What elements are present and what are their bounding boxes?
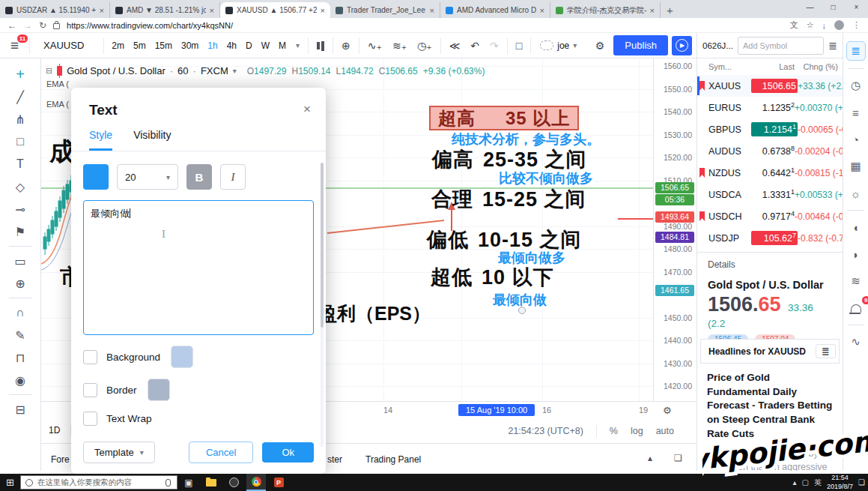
timeframe-button[interactable]: D: [241, 40, 257, 51]
prediction-icon[interactable]: ⊸: [7, 198, 33, 220]
flags-icon[interactable]: ⚑: [7, 220, 33, 243]
row-symbol[interactable]: USDCH: [708, 211, 751, 222]
chats-icon[interactable]: ◖: [847, 218, 865, 236]
background-color-swatch[interactable]: [171, 346, 193, 368]
reload-icon[interactable]: ↻: [39, 20, 46, 31]
tab-close-icon[interactable]: ×: [430, 6, 434, 15]
ema-label[interactable]: EMA (: [46, 100, 69, 109]
file-explorer-icon[interactable]: [201, 474, 221, 491]
annotation-row[interactable]: 合理 15-25 之间: [431, 186, 586, 213]
row-symbol[interactable]: USDCA: [708, 190, 751, 200]
background-checkbox[interactable]: [83, 350, 97, 364]
pitchfork-icon[interactable]: ⋔: [7, 108, 33, 130]
indicators-icon[interactable]: ∿₊: [362, 40, 387, 52]
watchlist-title[interactable]: 0626J...: [702, 41, 733, 50]
magnet-icon[interactable]: ∩: [7, 301, 33, 324]
border-checkbox[interactable]: [83, 383, 97, 397]
templates-icon[interactable]: ≋₊: [387, 40, 412, 52]
translate-icon[interactable]: 文: [790, 19, 798, 31]
streams-icon[interactable]: ≋: [847, 272, 865, 290]
eps-annotation[interactable]: 盈利（EPS）: [318, 301, 431, 326]
url-text[interactable]: https://www.tradingview.com/chart/xy4kqs…: [67, 21, 233, 30]
row-symbol[interactable]: GBPUS: [708, 124, 751, 135]
timeframe-chevron-icon[interactable]: ▾: [291, 41, 305, 49]
compare-add-icon[interactable]: ⊕: [336, 40, 356, 52]
annotation-row-boxed[interactable]: 超高 35 以上: [429, 106, 579, 130]
trading-panel-tab[interactable]: Trading Panel: [365, 454, 421, 465]
row-symbol[interactable]: AUDUS: [708, 146, 751, 157]
collapse-panel-icon[interactable]: ▴: [648, 453, 652, 463]
row-symbol[interactable]: NZDUS: [708, 168, 751, 178]
browser-tab[interactable]: USDZAR ▲ 15.11940 +1.32% ×: [0, 2, 110, 18]
ema-label[interactable]: EMA (: [46, 79, 69, 88]
annotation-note[interactable]: 比较不倾向做多: [499, 169, 593, 187]
taskbar-search[interactable]: 在这里输入你要搜索的内容: [20, 475, 177, 490]
timeframe-button[interactable]: 15m: [151, 40, 177, 51]
chart-legend[interactable]: ⊟ Gold Spot / U.S. Dollar · 60 · FXCM ▾ …: [46, 65, 485, 76]
template-button[interactable]: Template▾: [83, 442, 155, 463]
xabcd-pattern-icon[interactable]: ◇: [7, 175, 33, 198]
range-1d-button[interactable]: 1D: [49, 425, 71, 436]
eye-icon[interactable]: ◉: [7, 369, 33, 391]
annotation-row[interactable]: 超低 10 以下: [431, 264, 554, 291]
profile-avatar[interactable]: [834, 20, 844, 30]
italic-button[interactable]: I: [220, 164, 246, 190]
legend-collapse-icon[interactable]: ⊟: [46, 66, 52, 76]
dialog-tab[interactable]: Visibility: [133, 129, 171, 151]
hidden-icons-chevron[interactable]: ▴: [793, 478, 797, 487]
close-icon[interactable]: ×: [845, 0, 868, 16]
timeframe-button[interactable]: 5m: [129, 40, 151, 51]
tray-icon[interactable]: ▢: [802, 478, 809, 487]
zoom-in-icon[interactable]: ⊕: [7, 272, 33, 295]
lock-icon[interactable]: ⊓: [7, 346, 33, 369]
ok-button[interactable]: Ok: [262, 442, 314, 463]
trend-line-icon[interactable]: ╱: [7, 85, 33, 108]
alert-add-icon[interactable]: ◷₊: [412, 40, 437, 52]
alerts-icon[interactable]: ◷: [847, 76, 865, 94]
obs-icon[interactable]: [224, 474, 243, 491]
main-menu-icon[interactable]: ≡11: [3, 37, 26, 54]
ideas-icon[interactable]: ☼: [847, 184, 865, 202]
download-icon[interactable]: ↓: [822, 21, 827, 30]
watchlist-icon[interactable]: ≣: [846, 41, 866, 61]
watchlist-row[interactable]: USDJP 105.627 -0.832 (-0.78: [697, 227, 843, 249]
tab-close-icon[interactable]: ×: [100, 6, 104, 15]
redo-icon[interactable]: ↷: [485, 40, 504, 52]
calendar-icon[interactable]: ▦: [847, 157, 865, 175]
timeframe-button[interactable]: M: [274, 40, 291, 51]
panel-window-icon[interactable]: ❏: [674, 453, 682, 463]
text-icon[interactable]: T: [7, 153, 33, 175]
details-header[interactable]: Details: [697, 252, 843, 274]
new-tab-button[interactable]: +: [667, 2, 673, 18]
dialog-tab[interactable]: Style: [89, 129, 112, 151]
dialog-close-icon[interactable]: ×: [303, 102, 311, 117]
scrollbar-thumb[interactable]: [321, 163, 324, 328]
wave-icon[interactable]: ∿: [847, 333, 865, 351]
watchlist-row[interactable]: USDCA 1.33311 +0.00533 (+0.4: [697, 184, 843, 205]
browser-tab[interactable]: Trader Trader_Joe_Lee — 交易 ×: [330, 2, 440, 18]
notifications-icon[interactable]: 9: [847, 299, 865, 317]
comment-icon[interactable]: ◗: [847, 245, 865, 263]
symbol-search-button[interactable]: XAUUSD: [33, 40, 100, 51]
undo-icon[interactable]: ↶: [465, 40, 485, 52]
browser-tab[interactable]: AMD ▼ 28.51 -1.21% joe ×: [110, 2, 220, 18]
watchlist-row[interactable]: GBPUS 1.21541 -0.00065 (-0.0: [697, 118, 843, 140]
watchlist-row[interactable]: EURUS 1.12352 +0.00370 (+0.3: [697, 97, 843, 118]
watchlist-row[interactable]: NZDUS 0.64421 -0.00815 (-1.2: [697, 162, 843, 184]
dialog-scrollbar[interactable]: [321, 163, 324, 447]
chrome-icon[interactable]: [246, 474, 266, 491]
text-color-swatch[interactable]: [83, 164, 109, 190]
column-symbol[interactable]: Sym...: [708, 62, 751, 71]
column-change[interactable]: Chng (%): [795, 62, 841, 71]
headlines-header[interactable]: Headlines for XAUUSD ≣: [700, 339, 840, 364]
back-icon[interactable]: ←: [7, 20, 16, 31]
browser-tab[interactable]: AMD Advanced Micro Device ×: [440, 2, 550, 18]
watchlist-row[interactable]: AUDUS 0.67388 -0.00204 (-0.3: [697, 140, 843, 162]
shapes-icon[interactable]: □: [7, 130, 33, 153]
watchlist-row[interactable]: XAUUS 1506.65 +33.36 (+2.26: [697, 75, 843, 97]
row-symbol[interactable]: XAUUS: [708, 81, 751, 91]
powerpoint-icon[interactable]: P: [269, 474, 288, 491]
cloud-save-button[interactable]: joe ▾: [534, 40, 583, 51]
bold-button[interactable]: B: [186, 164, 212, 190]
tab-close-icon[interactable]: ×: [540, 6, 544, 15]
